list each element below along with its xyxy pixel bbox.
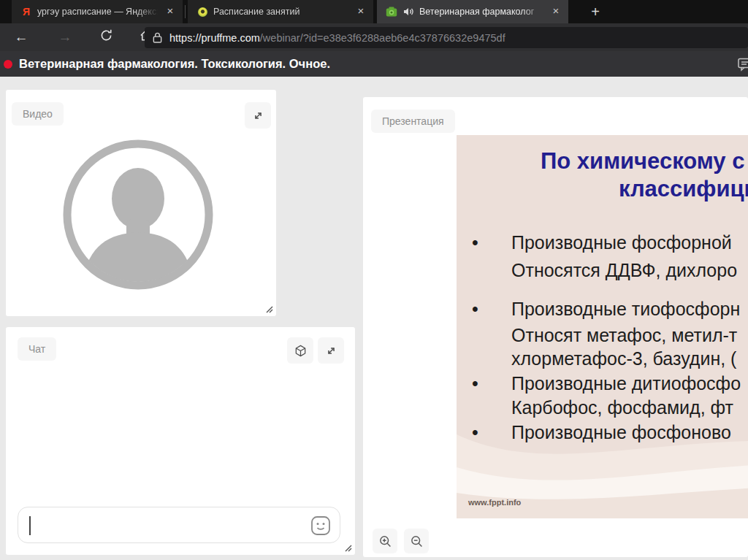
chat-panel: Чат (6, 327, 355, 555)
zoom-out-button[interactable] (404, 529, 429, 553)
chat-resize-handle[interactable] (343, 543, 352, 552)
slide-watermark: www.fppt.info (468, 498, 521, 507)
back-button[interactable]: ← (7, 29, 35, 45)
slide-title-line1: По химическому с (541, 148, 744, 174)
screen-share-camera-icon (386, 6, 397, 18)
slide-text-line: Производные тиофосфорн (511, 299, 740, 320)
tab-schedule[interactable]: Расписание занятий × (188, 0, 373, 23)
webinar-workspace: Видео Чат (0, 77, 748, 560)
chat-3d-cube-button[interactable] (287, 337, 313, 364)
chat-expand-button[interactable] (318, 337, 344, 364)
address-bar[interactable]: https://pruffme.com/webinar/?id=e38e3f62… (145, 27, 748, 48)
url-path: /webinar/?id=e38e3f6288aeb6e4c37876632e9… (260, 32, 505, 44)
tab-title: Ветеринарная фармаколог (419, 7, 544, 17)
webinar-title: Ветеринарная фармакология. Токсикология.… (19, 57, 330, 71)
forward-button[interactable]: → (51, 29, 79, 45)
chat-input-container (18, 507, 340, 543)
video-resize-handle[interactable] (264, 304, 273, 313)
recording-dot-icon (4, 60, 12, 69)
tab-close-icon[interactable]: × (549, 5, 562, 18)
tab-yandex-search[interactable]: Я ургэу расписание — Яндекс: на × (12, 0, 183, 23)
chat-bubble-icon[interactable] (737, 56, 748, 72)
video-panel: Видео (6, 90, 276, 316)
browser-tab-bar: Я ургэу расписание — Яндекс: на × Распис… (0, 0, 748, 23)
user-avatar-placeholder (61, 137, 215, 292)
webinar-header: Ветеринарная фармакология. Токсикология.… (0, 51, 748, 77)
presentation-slide: По химическому с классифици Производные … (457, 135, 748, 518)
slide-text-line: Относят метафос, метил-т (511, 325, 737, 346)
url-host: https://pruffme.com (169, 32, 260, 44)
tab-title: ургэу расписание — Яндекс: на (37, 7, 159, 17)
lock-icon[interactable] (152, 31, 163, 44)
chat-message-input[interactable] (28, 512, 299, 538)
slide-text-line: Относятся ДДВФ, дихлоро (511, 260, 737, 281)
yandex-favicon-icon: Я (20, 6, 32, 18)
slide-text-line: Производные фосфорной (511, 232, 732, 253)
new-tab-button[interactable]: + (584, 1, 606, 22)
slide-text-line: хлорметафос-3, базудин, ( (511, 348, 736, 369)
tab-webinar-active[interactable]: Ветеринарная фармаколог × (377, 0, 568, 23)
tab-title: Расписание занятий (213, 7, 349, 17)
zoom-in-button[interactable] (373, 529, 397, 553)
tab-separator (185, 5, 186, 18)
text-caret (29, 516, 31, 535)
url-text: https://pruffme.com/webinar/?id=e38e3f62… (169, 32, 505, 44)
presentation-panel: Презентация По химическому с классифици … (363, 97, 748, 557)
tab-audio-speaker-icon[interactable] (402, 6, 414, 18)
chat-panel-label: Чат (18, 337, 56, 361)
video-expand-button[interactable] (245, 102, 271, 129)
video-panel-label: Видео (12, 102, 64, 126)
emoji-picker-button[interactable] (308, 513, 334, 539)
slide-title-line2: классифици (619, 176, 748, 202)
presentation-panel-label: Презентация (371, 110, 455, 133)
tab-close-icon[interactable]: × (354, 5, 367, 18)
schedule-favicon-icon (196, 6, 208, 18)
reload-button[interactable] (92, 28, 120, 46)
tab-close-icon[interactable]: × (164, 5, 177, 18)
